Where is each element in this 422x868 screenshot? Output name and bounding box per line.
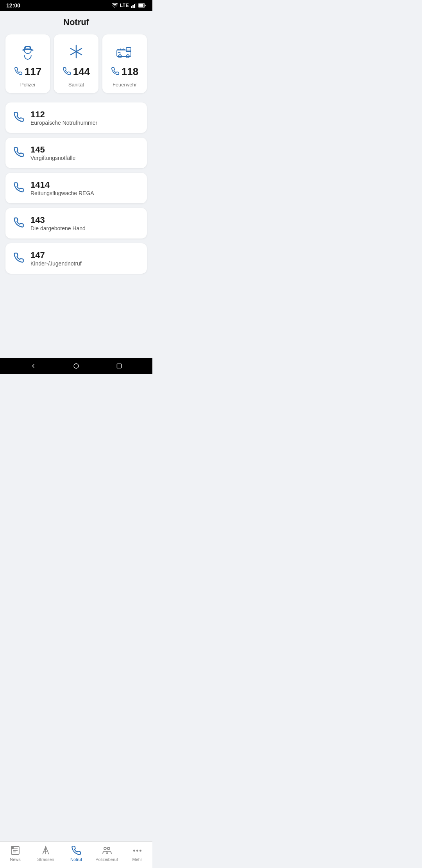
fire-number-row: 118 (111, 66, 138, 78)
list-desc-4: Kinder-/Jugendnotruf (30, 260, 82, 267)
status-icons: LTE (112, 3, 146, 8)
main-content: Notruf (0, 11, 152, 358)
list-number-1: 145 (30, 145, 75, 155)
svg-rect-13 (126, 48, 131, 52)
list-number-4: 147 (30, 250, 82, 260)
fire-label: Feuerwehr (113, 82, 137, 88)
list-desc-2: Rettungsflugwache REGA (30, 190, 94, 196)
fire-phone-icon (111, 67, 120, 77)
list-desc-0: Europäische Notrufnummer (30, 120, 97, 126)
svg-rect-6 (139, 4, 143, 7)
lte-label: LTE (120, 3, 129, 8)
list-number-3: 143 (30, 215, 86, 225)
list-info-1: 145 Vergiftungsnotfälle (30, 145, 75, 161)
svg-rect-3 (136, 3, 136, 8)
list-info-3: 143 Die dargebotene Hand (30, 215, 86, 231)
status-bar: 12:00 LTE (0, 0, 152, 11)
medical-number: 144 (73, 66, 90, 78)
list-item-3[interactable]: 143 Die dargebotene Hand (5, 208, 147, 239)
list-desc-1: Vergiftungsnotfälle (30, 155, 75, 161)
list-item-0[interactable]: 112 Europäische Notrufnummer (5, 102, 147, 133)
back-button[interactable] (29, 362, 37, 370)
police-icon (18, 42, 37, 61)
svg-rect-5 (145, 5, 146, 7)
svg-point-33 (74, 364, 79, 368)
page-title: Notruf (5, 17, 147, 27)
home-button[interactable] (72, 362, 80, 370)
list-info-4: 147 Kinder-/Jugendnotruf (30, 250, 82, 267)
list-phone-icon-1 (13, 147, 24, 159)
list-phone-icon-2 (13, 182, 24, 194)
list-phone-icon-0 (13, 111, 24, 124)
signal-icon (131, 3, 136, 8)
list-item-1[interactable]: 145 Vergiftungsnotfälle (5, 138, 147, 168)
emergency-list: 112 Europäische Notrufnummer 145 Vergift… (5, 102, 147, 274)
list-desc-3: Die dargebotene Hand (30, 225, 86, 231)
list-phone-icon-4 (13, 252, 24, 265)
android-nav-bar (0, 358, 152, 374)
fire-number: 118 (122, 66, 138, 78)
svg-rect-0 (131, 6, 132, 8)
police-card[interactable]: 117 Polizei (5, 34, 50, 93)
svg-rect-2 (134, 4, 135, 8)
fire-card[interactable]: 118 Feuerwehr (102, 34, 147, 93)
police-number: 117 (25, 66, 41, 78)
police-number-row: 117 (14, 66, 41, 78)
recents-button[interactable] (115, 362, 123, 370)
list-number-2: 1414 (30, 180, 94, 190)
fire-service-icon (115, 41, 134, 62)
medical-icon (67, 42, 86, 61)
medical-phone-icon (63, 67, 71, 77)
wifi-icon (112, 3, 118, 8)
list-number-0: 112 (30, 109, 97, 120)
top-cards-row: 117 Polizei 144 Sanität (5, 34, 147, 93)
list-phone-icon-3 (13, 217, 24, 230)
status-time: 12:00 (6, 2, 20, 9)
medical-service-icon (67, 41, 86, 62)
svg-rect-34 (117, 364, 121, 368)
police-service-icon (18, 41, 37, 62)
fire-truck-icon (115, 42, 134, 61)
medical-number-row: 144 (63, 66, 90, 78)
police-label: Polizei (20, 82, 35, 88)
list-item-4[interactable]: 147 Kinder-/Jugendnotruf (5, 243, 147, 274)
medical-card[interactable]: 144 Sanität (54, 34, 98, 93)
svg-rect-1 (132, 5, 134, 8)
battery-icon (138, 3, 146, 8)
list-item-2[interactable]: 1414 Rettungsflugwache REGA (5, 173, 147, 203)
medical-label: Sanität (68, 82, 84, 88)
list-info-0: 112 Europäische Notrufnummer (30, 109, 97, 126)
police-phone-icon (14, 67, 23, 77)
list-info-2: 1414 Rettungsflugwache REGA (30, 180, 94, 196)
